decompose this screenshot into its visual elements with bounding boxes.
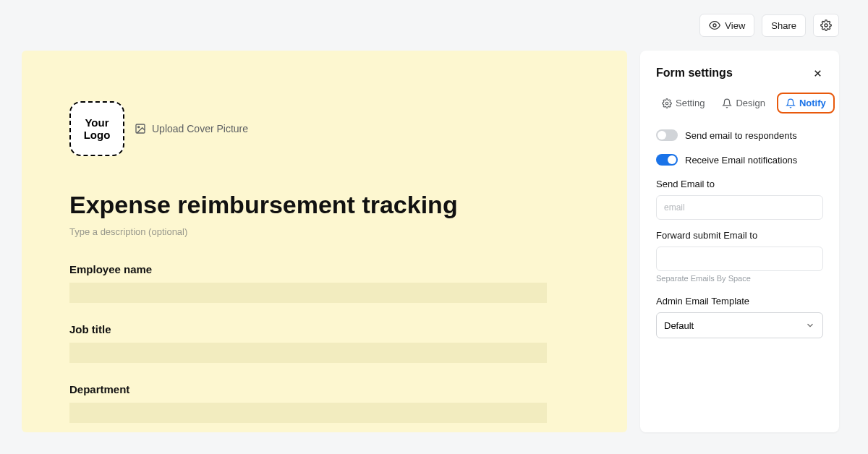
form-title[interactable]: Expense reimbursement tracking — [69, 191, 591, 219]
field-label: Job title — [69, 323, 591, 335]
logo-row: Your Logo Upload Cover Picture — [69, 101, 591, 156]
bell-icon — [786, 98, 796, 108]
svg-point-1 — [825, 24, 827, 27]
settings-button[interactable] — [813, 14, 839, 37]
tabs: Setting Design Notify — [656, 93, 823, 113]
gear-icon — [820, 20, 832, 31]
tab-label: Notify — [799, 98, 826, 108]
toggle-label: Receive Email notifications — [685, 155, 797, 166]
close-icon — [812, 68, 823, 79]
share-button[interactable]: Share — [762, 14, 806, 37]
forward-input[interactable] — [656, 247, 823, 271]
logo-text-2: Logo — [84, 129, 111, 141]
text-input[interactable] — [69, 343, 547, 363]
select-value: Default — [664, 320, 694, 331]
send-to-label: Send Email to — [656, 179, 823, 189]
field-employee-name: Employee name — [69, 263, 591, 303]
form-description[interactable]: Type a description (optional) — [69, 226, 591, 237]
logo-text-1: Your — [85, 116, 109, 129]
image-icon — [135, 123, 146, 134]
tab-label: Design — [736, 98, 765, 108]
upload-cover-label: Upload Cover Picture — [152, 123, 248, 134]
field-department: Department — [69, 383, 591, 423]
text-input[interactable] — [69, 403, 547, 423]
tab-setting[interactable]: Setting — [656, 93, 710, 113]
form-settings-panel: Form settings Setting Design — [640, 51, 839, 432]
text-input[interactable] — [69, 283, 547, 303]
send-to-input[interactable] — [656, 195, 823, 220]
template-select[interactable]: Default — [656, 312, 823, 338]
share-label: Share — [771, 20, 796, 31]
field-job-title: Job title — [69, 323, 591, 363]
view-button[interactable]: View — [699, 14, 754, 37]
toggle-respondents-row: Send email to respondents — [656, 129, 823, 141]
close-button[interactable] — [812, 68, 823, 79]
svg-point-3 — [138, 127, 140, 128]
tab-notify[interactable]: Notify — [777, 93, 835, 113]
form-canvas: Your Logo Upload Cover Picture Expense r… — [22, 51, 627, 432]
svg-point-6 — [665, 102, 668, 105]
gear-icon — [662, 98, 672, 108]
topbar: View Share — [0, 0, 868, 51]
toggle-receive[interactable] — [656, 154, 678, 166]
upload-cover-button[interactable]: Upload Cover Picture — [135, 123, 248, 134]
panel-title: Form settings — [656, 67, 733, 80]
sidebar-header: Form settings — [656, 67, 823, 80]
toggle-label: Send email to respondents — [685, 130, 797, 141]
tab-label: Setting — [676, 98, 705, 108]
field-label: Employee name — [69, 263, 591, 275]
field-label: Department — [69, 383, 591, 395]
template-label: Admin Email Template — [656, 296, 823, 307]
svg-point-0 — [713, 24, 716, 27]
view-label: View — [725, 20, 745, 31]
eye-icon — [709, 20, 720, 31]
forward-hint: Separate Emails By Space — [656, 274, 823, 283]
page: Your Logo Upload Cover Picture Expense r… — [0, 51, 868, 454]
tab-design[interactable]: Design — [716, 93, 770, 113]
logo-placeholder[interactable]: Your Logo — [69, 101, 124, 156]
toggle-respondents[interactable] — [656, 129, 678, 141]
forward-label: Forward submit Email to — [656, 230, 823, 241]
chevron-down-icon — [805, 320, 815, 330]
toggle-receive-row: Receive Email notifications — [656, 154, 823, 166]
bell-icon — [722, 98, 732, 108]
